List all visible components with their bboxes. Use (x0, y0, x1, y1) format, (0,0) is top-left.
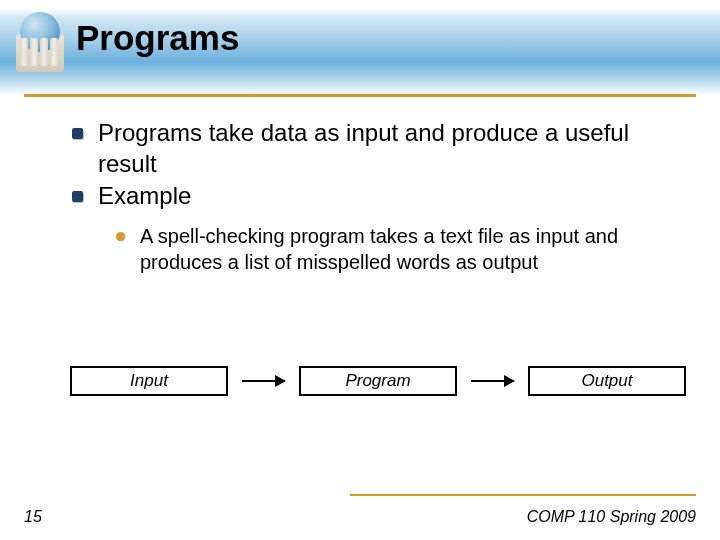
bullet-level2: A spell-checking program takes a text fi… (116, 224, 680, 275)
unc-well-logo (12, 12, 68, 74)
slide-number: 15 (24, 508, 42, 526)
bullet-level1: Programs take data as input and produce … (70, 118, 680, 179)
footer-course: COMP 110 Spring 2009 (527, 508, 696, 526)
flow-box-program: Program (299, 366, 457, 396)
flow-box-output: Output (528, 366, 686, 396)
bullet-label: Example (98, 182, 191, 209)
flow-box-input: Input (70, 366, 228, 396)
arrow-icon (471, 380, 514, 382)
title-rule (24, 94, 696, 97)
flow-diagram: Input Program Output (70, 364, 686, 398)
content-area: Programs take data as input and produce … (70, 118, 680, 277)
bullet-level1: Example A spell-checking program takes a… (70, 181, 680, 275)
slide-title: Programs (76, 18, 239, 58)
arrow-icon (242, 380, 285, 382)
footer-rule (350, 494, 696, 496)
